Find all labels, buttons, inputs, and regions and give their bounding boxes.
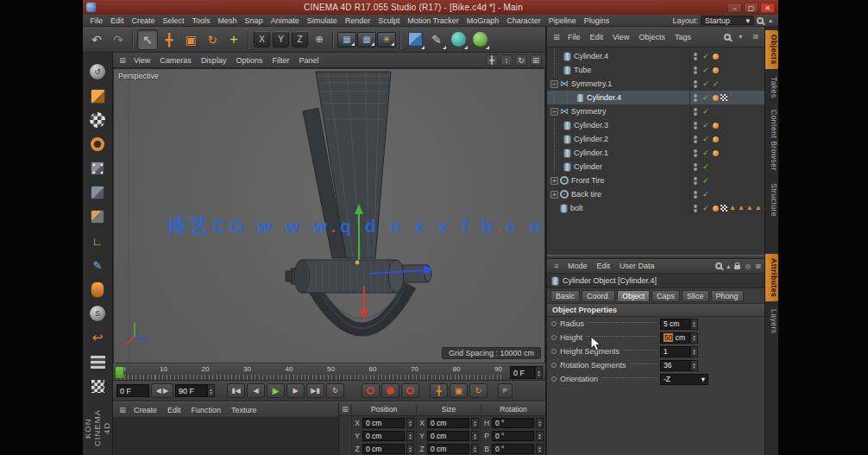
tree-row-bolt[interactable]: bolt ✓ ▲ ▲ ▲ ▲ (547, 201, 764, 215)
viewport-toggle-icon[interactable]: ⊞ (530, 54, 542, 66)
section-header[interactable]: Object Properties (547, 304, 764, 317)
chevron-down-icon[interactable]: ▾ (736, 33, 745, 41)
visibility-dots[interactable] (689, 160, 701, 174)
layer-stack-icon[interactable] (87, 351, 108, 372)
panel-icon[interactable]: ≡ (550, 262, 563, 270)
visibility-dots[interactable] (689, 77, 701, 91)
anim-dot[interactable] (551, 363, 557, 368)
am-menu-userdata[interactable]: User Data (615, 262, 659, 270)
visibility-dots[interactable] (689, 201, 701, 215)
tab-attributes[interactable]: Attributes (765, 254, 778, 301)
selection-tag[interactable]: ▲ (746, 205, 753, 212)
am-menu-mode[interactable]: Mode (563, 262, 592, 270)
uvw-tag[interactable] (720, 94, 727, 101)
position-z-field[interactable]: 0 cm (362, 444, 405, 454)
enable-check[interactable]: ✓ (701, 190, 711, 199)
minimize-button[interactable]: – (727, 3, 742, 13)
loop-button[interactable]: ↻ (326, 383, 344, 398)
orientation-dropdown[interactable]: -Z▾ (660, 374, 708, 385)
height-field[interactable]: 50 cm (660, 332, 690, 344)
material-tag[interactable] (713, 123, 719, 129)
menu-sculpt[interactable]: Sculpt (374, 16, 404, 25)
tree-row-cylinder1[interactable]: Cylinder.1 ✓ (547, 146, 764, 160)
key-position-toggle[interactable]: ╋ (430, 383, 448, 398)
om-menu-file[interactable]: File (563, 33, 585, 41)
material-tag[interactable] (713, 95, 719, 101)
frame-stepper[interactable]: ▴▾ (535, 366, 543, 379)
enable-check[interactable]: ✓ (701, 135, 711, 143)
next-frame-button[interactable]: ▶ (286, 383, 305, 398)
height-segments-field[interactable]: 1 (660, 346, 690, 357)
material-tag[interactable] (713, 136, 719, 142)
om-menu-view[interactable]: View (608, 33, 633, 41)
y-axis-lock[interactable]: Y (273, 31, 289, 47)
redo-icon[interactable]: ↷ (108, 29, 129, 50)
move-tool[interactable]: ╋ (159, 29, 179, 50)
position-y-field[interactable]: 0 cm (362, 431, 405, 441)
size-z-field[interactable]: 0 cm (427, 444, 469, 454)
viewport-orbit-icon[interactable]: ↻ (515, 54, 527, 66)
tab-takes[interactable]: Takes (765, 73, 778, 103)
tree-row-back-tire[interactable]: + Back tire ✓ (547, 187, 764, 201)
render-view-button[interactable]: ▦ (337, 32, 356, 47)
tree-row-cylinder4[interactable]: Cylinder.4 ✓ (547, 49, 764, 63)
range-start-field[interactable]: 0 F (116, 384, 149, 397)
mat-menu-texture[interactable]: Texture (226, 406, 262, 414)
menu-plugins[interactable]: Plugins (580, 16, 613, 25)
size-y-field[interactable]: 0 cm (427, 431, 469, 441)
menu-create[interactable]: Create (128, 16, 159, 25)
live-selection-tool[interactable]: ↖ (137, 29, 158, 50)
tab-phong[interactable]: Phong (711, 290, 744, 302)
vp-menu-options[interactable]: Options (231, 56, 267, 65)
expand-icon[interactable]: + (550, 191, 558, 199)
menu-pipeline[interactable]: Pipeline (544, 16, 580, 25)
visibility-dots[interactable] (689, 91, 701, 104)
up-icon[interactable]: ▴ (766, 16, 775, 24)
tab-structure[interactable]: Structure (765, 179, 778, 221)
current-frame-field[interactable]: 0 F (510, 366, 535, 379)
last-tool-button[interactable]: + (223, 29, 244, 50)
radius-field[interactable]: 5 cm (660, 319, 690, 330)
menu-animate[interactable]: Animate (267, 16, 303, 25)
menu-character[interactable]: Character (503, 16, 545, 25)
add-spline-button[interactable]: ✎ (426, 29, 447, 50)
search-icon[interactable] (757, 17, 764, 24)
am-menu-edit[interactable]: Edit (593, 262, 615, 270)
size-x-field[interactable]: 0 cm (427, 418, 469, 428)
points-mode-icon[interactable] (87, 158, 108, 179)
selection-tag[interactable]: ▲ (729, 205, 736, 212)
material-tag[interactable] (713, 150, 719, 156)
visibility-dots[interactable] (689, 118, 701, 132)
add-primitive-button[interactable] (405, 29, 425, 50)
visibility-dots[interactable] (689, 104, 701, 118)
panel-icon[interactable]: ⊞ (339, 405, 351, 414)
search-icon[interactable] (715, 262, 722, 269)
mograph-button[interactable] (448, 29, 469, 50)
rotation-b-field[interactable]: 0 ° (492, 444, 534, 454)
panel-icon[interactable]: ⊞ (116, 406, 129, 414)
panel-icon[interactable]: ⊞ (116, 56, 129, 65)
visibility-dots[interactable] (689, 146, 701, 160)
view-label[interactable]: Perspective (118, 72, 159, 80)
visibility-dots[interactable] (689, 49, 701, 63)
rotation-p-field[interactable]: 0 ° (492, 431, 534, 441)
simulation-icon[interactable]: S (87, 303, 108, 324)
scale-tool[interactable]: ▣ (180, 29, 201, 50)
key-scale-toggle[interactable]: ▣ (450, 383, 468, 398)
tab-basic[interactable]: Basic (550, 290, 580, 302)
menu-select[interactable]: Select (159, 16, 188, 25)
menu-edit[interactable]: Edit (107, 16, 129, 25)
checker-icon[interactable] (87, 376, 108, 396)
close-button[interactable]: ✕ (760, 3, 775, 13)
menu-mesh[interactable]: Mesh (214, 16, 241, 25)
rotation-segments-field[interactable]: 36 (660, 360, 690, 371)
viewport-solo-icon[interactable] (87, 279, 108, 300)
vp-menu-cameras[interactable]: Cameras (155, 56, 196, 65)
tree-row-front-tire[interactable]: + Front Tire ✓ (547, 174, 764, 187)
material-tag[interactable] (713, 205, 719, 212)
key-parameter-toggle[interactable]: P (498, 383, 513, 398)
material-tag[interactable] (713, 54, 719, 60)
model-mode-icon[interactable] (87, 85, 108, 106)
snap-pen-icon[interactable]: ✎ (87, 255, 108, 275)
menu-simulate[interactable]: Simulate (303, 16, 341, 25)
